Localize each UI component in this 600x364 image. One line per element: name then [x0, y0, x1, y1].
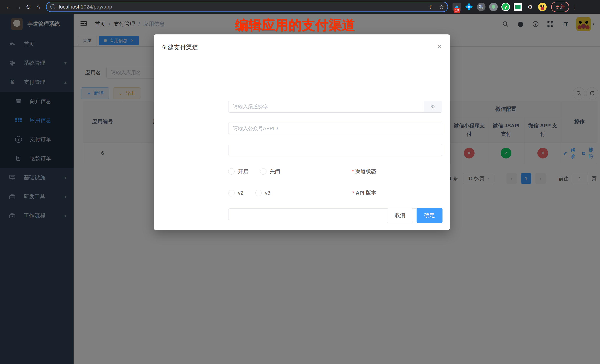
- confirm-button[interactable]: 确定: [417, 208, 442, 223]
- extension-recorder-icon[interactable]: [489, 3, 498, 11]
- form-row-merchant: *商户号: [154, 144, 450, 156]
- extension-y-icon[interactable]: y: [501, 3, 510, 11]
- create-pay-channel-dialog: 创建支付渠道 ✕ *渠道费率 % *公众号APPID *商户号 *渠道状态 开启: [154, 35, 450, 230]
- status-radio-group: 开启 关闭: [228, 165, 292, 177]
- form-row-api-version: *API 版本 v2 v3: [154, 187, 450, 199]
- status-close-radio[interactable]: 关闭: [260, 168, 280, 175]
- dialog-footer: 取消 确定: [387, 208, 442, 223]
- annotation-text: 编辑应用的支付渠道: [235, 16, 355, 34]
- form-row-appid: *公众号APPID: [154, 123, 450, 134]
- browser-reload-button[interactable]: ↻: [23, 2, 33, 12]
- rate-suffix-percent: %: [424, 101, 442, 112]
- required-asterisk: *: [352, 168, 354, 174]
- api-version-radio-group: v2 v3: [228, 187, 282, 199]
- url-host: localhost: [59, 4, 79, 10]
- status-label-text: 渠道状态: [356, 168, 376, 174]
- browser-forward-button[interactable]: →: [13, 2, 23, 12]
- radio-circle-icon: [228, 168, 234, 175]
- cancel-button[interactable]: 取消: [387, 208, 413, 223]
- browser-home-button[interactable]: ⌂: [33, 2, 43, 12]
- radio-circle-icon: [255, 190, 262, 196]
- address-bar[interactable]: ⓘ localhost:1024/pay/app ⇧ ☆: [46, 2, 448, 12]
- bookmark-star-icon[interactable]: ☆: [439, 4, 444, 10]
- api-v3-radio[interactable]: v3: [255, 190, 271, 196]
- form-row-status: *渠道状态 开启 关闭: [154, 165, 450, 177]
- share-icon[interactable]: ⇧: [428, 4, 433, 10]
- browser-back-button[interactable]: ←: [3, 2, 13, 12]
- required-asterisk: *: [352, 190, 354, 196]
- status-open-label: 开启: [238, 168, 248, 175]
- status-open-radio[interactable]: 开启: [228, 168, 248, 175]
- merchant-input[interactable]: [228, 144, 442, 156]
- api-v2-radio[interactable]: v2: [228, 190, 244, 196]
- status-close-label: 关闭: [270, 168, 280, 175]
- extension-chat-icon[interactable]: [514, 3, 522, 11]
- form-row-rate: *渠道费率 %: [154, 101, 450, 113]
- dialog-title: 创建支付渠道: [162, 43, 198, 52]
- radio-circle-icon: [228, 190, 234, 196]
- extension-tab-manager-icon[interactable]: ◆ 10: [452, 3, 461, 11]
- browser-profile-avatar[interactable]: [538, 3, 547, 11]
- extensions-puzzle-icon[interactable]: ⚙: [526, 3, 534, 11]
- api-version-label-text: API 版本: [356, 190, 376, 196]
- browser-toolbar: ← → ↻ ⌂ ⓘ localhost:1024/pay/app ⇧ ☆ ◆ 1…: [0, 0, 600, 14]
- close-icon[interactable]: ✕: [437, 43, 442, 50]
- rate-input[interactable]: [228, 101, 442, 113]
- site-info-icon[interactable]: ⓘ: [50, 3, 56, 10]
- radio-circle-icon: [260, 168, 266, 175]
- url-path: :1024/pay/app: [79, 4, 112, 10]
- extension-command-icon[interactable]: ⌘: [477, 3, 486, 11]
- api-v2-label: v2: [238, 190, 244, 196]
- api-v3-label: v3: [265, 190, 271, 196]
- appid-input[interactable]: [228, 123, 442, 134]
- extension-balloon-icon[interactable]: 💠: [465, 3, 473, 11]
- browser-update-button[interactable]: 更新: [551, 2, 569, 12]
- extension-badge: 10: [454, 8, 460, 13]
- browser-menu-icon[interactable]: ⋮: [572, 3, 578, 10]
